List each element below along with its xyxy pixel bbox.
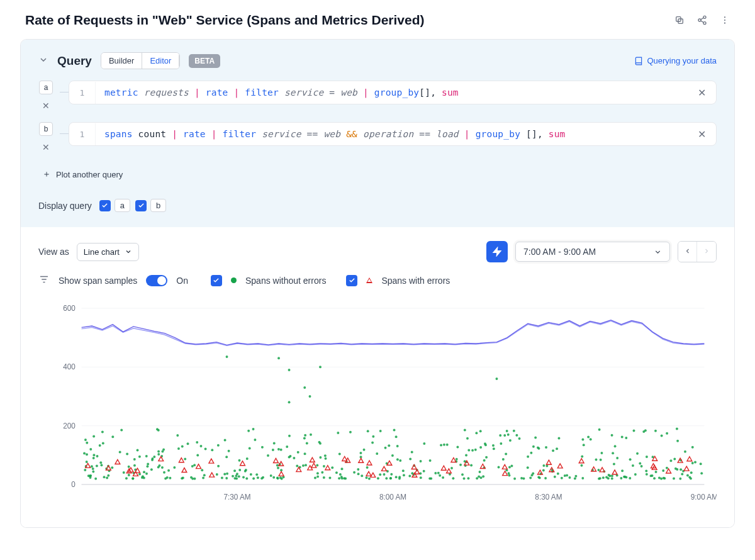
svg-point-390 bbox=[281, 478, 283, 480]
svg-point-30 bbox=[181, 445, 184, 448]
time-range-dropdown[interactable]: 7:00 AM - 9:00 AM bbox=[515, 242, 670, 262]
query-editor[interactable]: 1 spans count | rate | filter service ==… bbox=[69, 122, 717, 146]
svg-text:8:30 AM: 8:30 AM bbox=[535, 493, 562, 501]
time-next-button[interactable] bbox=[697, 242, 716, 262]
svg-marker-10 bbox=[493, 247, 501, 255]
chart-canvas[interactable]: 02004006007:30 AM8:00 AM8:30 AM9:00 AM bbox=[38, 302, 717, 510]
svg-point-358 bbox=[566, 474, 568, 477]
svg-point-171 bbox=[119, 451, 121, 454]
beta-badge: BETA bbox=[189, 54, 220, 68]
copy-icon[interactable] bbox=[674, 15, 685, 25]
svg-point-448 bbox=[277, 357, 280, 359]
svg-marker-459 bbox=[684, 466, 689, 471]
span-samples-toggle[interactable] bbox=[146, 275, 167, 286]
svg-point-433 bbox=[316, 472, 319, 474]
svg-point-40 bbox=[429, 459, 432, 462]
docs-link[interactable]: Querying your data bbox=[634, 56, 717, 65]
svg-point-202 bbox=[221, 477, 223, 479]
spans-err-checkbox[interactable] bbox=[346, 275, 357, 286]
svg-marker-476 bbox=[441, 466, 446, 470]
svg-marker-507 bbox=[371, 473, 376, 477]
filter-icon[interactable] bbox=[38, 274, 50, 287]
more-icon[interactable] bbox=[720, 15, 730, 25]
svg-point-117 bbox=[250, 473, 252, 476]
svg-point-206 bbox=[99, 461, 102, 464]
svg-point-324 bbox=[611, 434, 613, 437]
plot-another-button[interactable]: ＋ Plot another query bbox=[38, 166, 126, 182]
svg-point-164 bbox=[325, 457, 327, 460]
clear-query-icon[interactable]: ✕ bbox=[688, 87, 716, 99]
display-checkbox[interactable] bbox=[135, 200, 147, 211]
display-checkbox[interactable] bbox=[99, 200, 111, 211]
svg-marker-501 bbox=[86, 463, 91, 468]
svg-point-372 bbox=[595, 459, 598, 461]
svg-point-118 bbox=[235, 474, 237, 477]
svg-point-336 bbox=[146, 465, 148, 468]
svg-point-256 bbox=[316, 476, 319, 478]
builder-tab[interactable]: Builder bbox=[101, 53, 142, 69]
svg-marker-497 bbox=[115, 459, 120, 464]
svg-point-335 bbox=[318, 441, 320, 444]
svg-text:8:00 AM: 8:00 AM bbox=[379, 493, 406, 501]
svg-point-120 bbox=[645, 469, 647, 472]
run-button[interactable] bbox=[486, 241, 508, 262]
svg-point-68 bbox=[700, 472, 703, 474]
svg-marker-458 bbox=[359, 458, 364, 462]
svg-point-364 bbox=[385, 477, 388, 479]
svg-point-267 bbox=[377, 477, 379, 479]
query-tag[interactable]: b bbox=[39, 122, 53, 136]
svg-point-166 bbox=[137, 449, 139, 451]
svg-point-210 bbox=[272, 449, 274, 451]
spans-ok-label: Spans without errors bbox=[245, 276, 326, 286]
display-tag[interactable]: a bbox=[115, 199, 130, 212]
svg-point-305 bbox=[508, 472, 510, 474]
svg-point-330 bbox=[166, 476, 169, 479]
svg-point-60 bbox=[367, 430, 369, 432]
svg-point-288 bbox=[629, 477, 631, 479]
svg-point-93 bbox=[302, 464, 305, 467]
svg-point-80 bbox=[653, 477, 656, 479]
share-icon[interactable] bbox=[697, 15, 707, 25]
svg-point-299 bbox=[545, 465, 548, 468]
spans-err-label: Spans with errors bbox=[381, 276, 450, 286]
time-prev-button[interactable] bbox=[678, 242, 697, 262]
svg-point-116 bbox=[440, 444, 442, 447]
svg-point-89 bbox=[420, 476, 422, 479]
svg-point-426 bbox=[581, 455, 583, 457]
query-editor[interactable]: 1 metric requests | rate | filter servic… bbox=[69, 81, 717, 104]
svg-point-427 bbox=[466, 437, 469, 440]
svg-point-113 bbox=[564, 474, 566, 477]
display-tag[interactable]: b bbox=[150, 199, 166, 212]
svg-point-90 bbox=[621, 469, 624, 472]
query-row: a ✕ 1 metric requests | rate | filter se… bbox=[38, 81, 717, 111]
remove-query-icon[interactable]: ✕ bbox=[42, 142, 50, 152]
svg-point-45 bbox=[357, 468, 359, 471]
svg-point-417 bbox=[340, 476, 343, 478]
svg-point-104 bbox=[391, 454, 394, 457]
svg-point-287 bbox=[502, 458, 505, 461]
svg-marker-495 bbox=[687, 457, 692, 461]
svg-point-78 bbox=[92, 435, 95, 438]
svg-point-100 bbox=[145, 473, 148, 475]
clear-query-icon[interactable]: ✕ bbox=[688, 128, 716, 140]
svg-marker-475 bbox=[209, 459, 214, 463]
svg-point-450 bbox=[288, 369, 291, 371]
svg-point-225 bbox=[341, 468, 344, 470]
svg-point-356 bbox=[191, 465, 194, 468]
editor-tab[interactable]: Editor bbox=[142, 53, 179, 69]
query-tag[interactable]: a bbox=[39, 81, 53, 94]
chart-type-dropdown[interactable]: Line chart bbox=[77, 243, 139, 261]
query-code[interactable]: metric requests | rate | filter service … bbox=[96, 81, 688, 104]
remove-query-icon[interactable]: ✕ bbox=[42, 101, 50, 111]
svg-point-197 bbox=[608, 474, 610, 476]
chart-type-value: Line chart bbox=[84, 247, 120, 257]
collapse-icon[interactable] bbox=[38, 55, 48, 67]
show-span-samples-label: Show span samples bbox=[59, 276, 137, 286]
svg-point-56 bbox=[366, 476, 368, 479]
svg-point-318 bbox=[304, 452, 306, 455]
svg-point-410 bbox=[103, 476, 106, 478]
svg-point-102 bbox=[83, 452, 86, 455]
spans-ok-checkbox[interactable] bbox=[211, 275, 222, 286]
svg-point-263 bbox=[483, 459, 486, 462]
query-code[interactable]: spans count | rate | filter service == w… bbox=[96, 123, 688, 145]
